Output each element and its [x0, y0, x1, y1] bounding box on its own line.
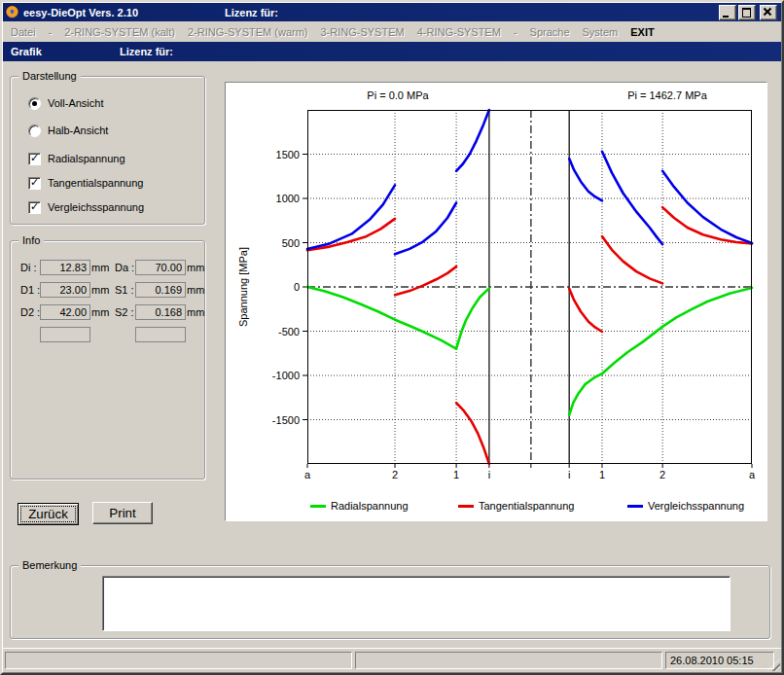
x-tick-label: 1 [446, 468, 466, 481]
menu-item-4-ring-system: 4-RING-SYSTEM [417, 26, 501, 38]
checkbox-radialspannung[interactable]: Radialspannung [28, 152, 125, 165]
field-value: 23.00 [40, 282, 90, 298]
menu-item-exit[interactable]: EXIT [630, 26, 654, 38]
legend-color-tangential [458, 505, 474, 508]
chart-panel: Pi = 0.0 MPa Pi = 1462.7 MPa Spannung [M… [225, 82, 767, 521]
field-value: 0.169 [135, 282, 186, 298]
status-datetime: 26.08.2010 05:15 [665, 652, 774, 669]
checkbox-label: Vergleichsspannung [48, 201, 144, 213]
menu-item-2-ring-system-warm: 2-RING-SYSTEM (warm) [188, 26, 307, 38]
status-bar: 26.08.2010 05:15 [3, 648, 781, 672]
field-s2: S2 : 0.168 mm [115, 304, 202, 320]
curve-vergleichsspannung [395, 203, 456, 255]
bemerkung-group-title: Bemerkung [18, 558, 81, 572]
bemerkung-textarea[interactable] [102, 576, 731, 631]
bemerkung-groupbox: Bemerkung [10, 565, 770, 639]
stress-plot [307, 110, 752, 464]
chart-title-right: Pi = 1462.7 MPa [551, 89, 784, 101]
field-di: Di : 12.83 mm [20, 260, 108, 275]
field-d1: D1 : 23.00 mm [20, 282, 108, 298]
status-panel-1 [5, 652, 352, 669]
menu-bar: Datei-2-RING-SYSTEM (kalt)2-RING-SYSTEM … [3, 21, 781, 42]
field-label: D1 : [20, 282, 40, 298]
curve-vergleichsspannung [307, 185, 395, 249]
legend-label: Vergleichsspannung [648, 500, 744, 512]
field-unit: mm [187, 304, 204, 320]
curve-radialspannung [569, 288, 752, 415]
y-tick-label: -1000 [255, 369, 300, 382]
close-button[interactable] [760, 5, 777, 20]
legend-item-vergleichsspannung: Vergleichsspannung [627, 499, 744, 513]
menu-item-: - [514, 26, 517, 38]
curve-tangentialspannung [569, 289, 602, 332]
checkbox-vergleichsspannung[interactable]: Vergleichsspannung [28, 200, 144, 214]
info-group-title: Info [18, 233, 44, 247]
info-groupbox: Info Di : 12.83 mm Da : 70.00 mm D1 : 23… [10, 240, 205, 480]
legend-label: Tangentialspannung [479, 500, 574, 512]
print-button[interactable]: Print [92, 502, 153, 524]
checkbox-label: Radialspannung [48, 153, 125, 164]
checkbox-icon [28, 201, 41, 214]
menu-item-: - [49, 26, 53, 38]
field-empty-left [20, 327, 108, 342]
menu-item-system: System [583, 26, 619, 38]
page-title: Grafik [11, 46, 42, 57]
checkbox-tangentialspannung[interactable]: Tangentialspannung [28, 176, 143, 190]
y-tick-label: 1000 [255, 192, 300, 205]
darstellung-group-title: Darstellung [18, 69, 81, 83]
field-label: D2 : [20, 304, 40, 320]
menu-item-2-ring-system-kalt: 2-RING-SYSTEM (kalt) [64, 26, 175, 38]
maximize-button[interactable] [738, 5, 756, 20]
radio-label: Halb-Ansicht [48, 124, 108, 136]
field-value [135, 327, 186, 342]
field-unit: mm [91, 260, 109, 275]
legend-item-radialspannung: Radialspannung [310, 499, 409, 513]
minimize-icon [723, 16, 729, 18]
curve-vergleichsspannung [569, 159, 602, 200]
field-da: Da : 70.00 mm [115, 260, 202, 275]
chart-title-left: Pi = 0.0 MPa [281, 89, 515, 101]
y-tick-label: -1500 [255, 413, 300, 427]
application-window: { "window": { "title": "eesy-DieOpt Vers… [0, 0, 784, 675]
x-tick-label: i [480, 468, 499, 481]
menu-item-sprache: Sprache [530, 26, 570, 38]
field-label: Di : [20, 260, 37, 275]
field-unit: mm [91, 304, 109, 320]
status-panel-2 [355, 652, 662, 669]
x-tick-label: 2 [385, 468, 405, 481]
checkbox-icon [28, 153, 41, 165]
menu-item-datei: Datei [11, 26, 36, 38]
darstellung-groupbox: Darstellung Voll-Ansicht Halb-Ansicht Ra… [10, 76, 205, 225]
radio-halb-ansicht[interactable]: Halb-Ansicht [28, 124, 108, 137]
field-unit: mm [91, 282, 109, 298]
field-value [40, 327, 90, 342]
curve-radialspannung [307, 287, 489, 349]
title-license-label: Lizenz für: [225, 7, 278, 18]
field-value: 12.83 [40, 260, 90, 275]
checkbox-icon [28, 177, 41, 190]
radio-icon [28, 97, 41, 110]
minimize-button[interactable] [719, 5, 736, 20]
title-bar: eesy-DieOpt Vers. 2.10 Lizenz für: [3, 3, 781, 21]
y-tick-label: 0 [255, 280, 300, 294]
legend-item-tangentialspannung: Tangentialspannung [458, 499, 574, 513]
field-d2: D2 : 42.00 mm [20, 304, 108, 320]
field-empty-right [115, 327, 202, 342]
field-value: 70.00 [135, 260, 186, 275]
zurueck-button[interactable]: Zurück [18, 503, 79, 525]
app-icon [6, 6, 18, 18]
menu-item-3-ring-system: 3-RING-SYSTEM [321, 26, 405, 38]
radio-voll-ansicht[interactable]: Voll-Ansicht [28, 96, 103, 110]
radio-icon [28, 124, 41, 137]
field-label: S1 : [115, 282, 134, 298]
y-tick-label: 1500 [255, 148, 300, 161]
field-s1: S1 : 0.169 mm [115, 282, 202, 298]
curve-tangentialspannung [602, 236, 662, 283]
x-tick-label: i [559, 468, 579, 481]
x-tick-label: 1 [592, 468, 612, 481]
field-unit: mm [187, 282, 204, 298]
legend-color-radial [310, 505, 326, 508]
x-tick-label: a [298, 468, 317, 481]
curve-tangentialspannung [395, 266, 456, 295]
field-label: Da : [115, 260, 134, 275]
